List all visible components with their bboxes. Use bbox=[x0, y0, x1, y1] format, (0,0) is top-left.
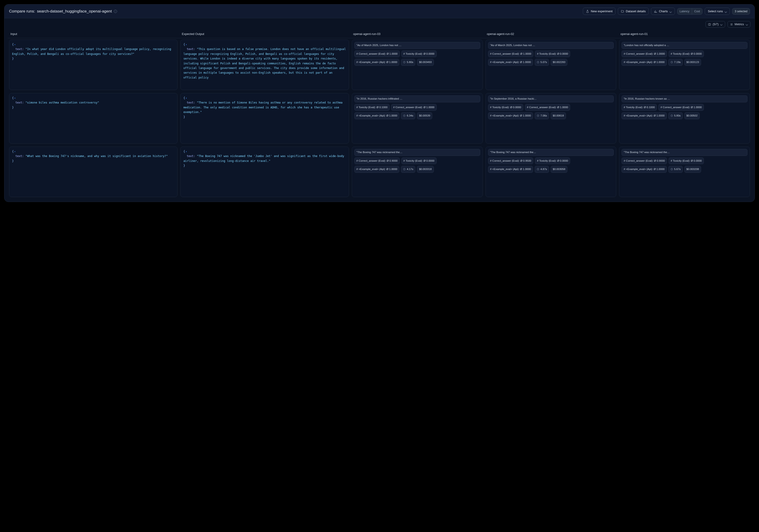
latency-pill[interactable]: Latency bbox=[677, 8, 692, 14]
chevron-down-icon bbox=[745, 23, 748, 25]
metric-chip: # Toxicity (Eval): Ø 0.1000 bbox=[621, 104, 657, 111]
page-header: Compare runs: search-dataset_huggingface… bbox=[4, 4, 755, 18]
run-cell[interactable]: "In 2016, Russian hackers infiltrated … … bbox=[352, 93, 483, 144]
metric-chip: # <Example_eval> (Api): Ø 1.0000 bbox=[621, 166, 666, 173]
json-value: "The Boeing 747 was nicknamed the 'Jumbo… bbox=[183, 155, 346, 162]
latency-chip: 7.06s bbox=[535, 112, 549, 119]
clock-icon bbox=[670, 114, 673, 117]
col-header-run-01[interactable]: openai-agent-run-01 bbox=[618, 30, 751, 38]
chart-icon bbox=[654, 10, 657, 13]
run-cell[interactable]: "The Boeing 747 was nicknamed the… # Cor… bbox=[352, 147, 483, 197]
metric-chip: # Toxicity (Eval): Ø 0.0000 bbox=[535, 158, 570, 165]
flask-icon bbox=[586, 10, 589, 13]
answer-chip: "The Boeing 747 was nicknamed the… bbox=[488, 149, 614, 156]
metric-chip: # Correct_answer (Eval): Ø 1.0000 bbox=[354, 51, 400, 57]
latency-chip: 7.19s bbox=[668, 59, 683, 66]
answer-chip: "The Boeing 747 was nicknamed the… bbox=[354, 149, 480, 156]
run-cell[interactable]: "In September 2016, a Russian hacki… # T… bbox=[486, 93, 617, 144]
dataset-details-button[interactable]: Dataset details bbox=[618, 8, 649, 15]
run-cell[interactable]: "In 2016, Russian hackers known as … # T… bbox=[619, 93, 750, 144]
metric-chip: # Toxicity (Eval): Ø 0.0000 bbox=[401, 158, 437, 165]
cost-chip: $0.003318 bbox=[417, 166, 434, 173]
cost-chip: $0.00618 bbox=[551, 112, 566, 119]
expected-cell[interactable]: {▾ text: "There is no mention of Simone … bbox=[180, 93, 349, 144]
metrics-picker-button[interactable]: Metrics bbox=[728, 21, 750, 27]
json-key: text: bbox=[187, 101, 195, 104]
col-header-expected[interactable]: Expected Output bbox=[179, 30, 350, 38]
latency-chip: 5.80s bbox=[668, 112, 683, 119]
json-value: "This question is based on a false premi… bbox=[183, 48, 347, 79]
dataset-details-label: Dataset details bbox=[626, 10, 646, 13]
answer-chip: "As of March 2025, London has not … bbox=[354, 42, 480, 49]
input-cell[interactable]: {▾ text: "simone biles asthma medication… bbox=[9, 93, 178, 144]
metric-chip: # Correct_answer (Eval): Ø 0.9000 bbox=[621, 158, 667, 165]
columns-icon bbox=[708, 23, 711, 26]
metric-chip: # Correct_answer (Eval): Ø 1.0000 bbox=[525, 104, 570, 111]
latency-chip: 5.67s bbox=[668, 166, 683, 173]
metric-chip: # Correct_answer (Eval): Ø 0.9000 bbox=[354, 158, 400, 165]
run-cell[interactable]: "The Boeing 747 was nicknamed the… # Cor… bbox=[619, 147, 750, 197]
charts-label: Charts bbox=[659, 10, 668, 13]
run-cell[interactable]: "London has not officially adopted a … #… bbox=[619, 40, 750, 90]
page-title: Compare runs: search-dataset_huggingface… bbox=[9, 9, 117, 14]
json-value: "In what year did London officially adop… bbox=[12, 48, 173, 56]
cost-pill[interactable]: Cost bbox=[692, 8, 702, 14]
title-run-name: search-dataset_huggingface_openai-agent bbox=[37, 9, 112, 14]
metric-chip: # <Example_eval> (Api): Ø 1.0000 bbox=[621, 112, 666, 119]
metric-chip: # Toxicity (Eval): Ø 0.0000 bbox=[401, 51, 437, 57]
input-cell[interactable]: {▾ text: "In what year did London offici… bbox=[9, 40, 178, 90]
run-cell[interactable]: "As of March 2025, London has not … # Co… bbox=[352, 40, 483, 90]
col-header-run-02[interactable]: openai-agent-run-02 bbox=[484, 30, 618, 38]
chevron-down-icon bbox=[720, 23, 723, 25]
clock-icon bbox=[403, 168, 406, 171]
col-header-input[interactable]: Input bbox=[8, 30, 179, 38]
select-runs-button[interactable]: Select runs bbox=[705, 8, 730, 15]
folder-icon bbox=[621, 10, 624, 13]
clock-icon bbox=[537, 61, 539, 63]
latency-chip: 6.34s bbox=[401, 112, 415, 119]
metric-chip: # <Example_eval> (Api): Ø 1.0000 bbox=[488, 59, 533, 66]
metric-chip: # <Example_eval> (Api): Ø 1.0000 bbox=[621, 59, 666, 66]
json-key: text: bbox=[15, 101, 24, 104]
selected-count-badge: 3 selected bbox=[732, 8, 750, 15]
answer-chip: "The Boeing 747 was nicknamed the… bbox=[621, 149, 747, 156]
expected-cell[interactable]: {▾ text: "The Boeing 747 was nicknamed t… bbox=[180, 147, 349, 197]
metric-chip: # Toxicity (Eval): Ø 0.0000 bbox=[669, 51, 704, 57]
charts-button[interactable]: Charts bbox=[651, 8, 675, 15]
answer-chip: "In 2016, Russian hackers infiltrated … bbox=[354, 95, 480, 102]
metric-chip: # <Example_eval> (Api): Ø 1.0000 bbox=[488, 166, 533, 173]
json-key: text: bbox=[15, 48, 24, 51]
clock-icon bbox=[403, 114, 406, 117]
clock-icon bbox=[403, 61, 406, 63]
metric-chip: # Toxicity (Eval): Ø 0.0000 bbox=[535, 51, 570, 57]
new-experiment-button[interactable]: New experiment bbox=[583, 8, 616, 15]
json-key: text: bbox=[187, 155, 195, 158]
cost-chip: $0.00539 bbox=[417, 112, 432, 119]
run-cell[interactable]: "As of March 2025, London has not … # Co… bbox=[486, 40, 617, 90]
run-cell[interactable]: "The Boeing 747 was nicknamed the… # Cor… bbox=[486, 147, 617, 197]
columns-picker-button[interactable]: (5/7) bbox=[705, 21, 725, 27]
cost-chip: $0.003208 bbox=[684, 166, 701, 173]
metric-chip: # <Example_eval> (Api): Ø 1.0000 bbox=[354, 166, 399, 173]
metric-chip: # Correct_answer (Eval): Ø 1.0000 bbox=[488, 51, 534, 57]
clock-icon bbox=[670, 168, 673, 171]
expected-cell[interactable]: {▾ text: "This question is based on a fa… bbox=[180, 40, 349, 90]
info-icon[interactable]: i bbox=[114, 10, 117, 13]
metric-chip: # Correct_answer (Eval): Ø 1.0000 bbox=[391, 104, 437, 111]
json-key: text: bbox=[15, 155, 24, 158]
metric-chip: # Correct_answer (Eval): Ø 1.0000 bbox=[659, 104, 704, 111]
answer-chip: "In September 2016, a Russian hacki… bbox=[488, 95, 614, 102]
metric-chip: # Toxicity (Eval): Ø 0.0000 bbox=[669, 158, 704, 165]
comparison-grid: Input Expected Output openai-agent-run-0… bbox=[8, 30, 751, 199]
clock-icon bbox=[537, 168, 539, 171]
json-value: "There is no mention of Simone Biles hav… bbox=[183, 101, 344, 114]
metric-chip: # <Example_eval> (Api): Ø 1.0000 bbox=[488, 112, 533, 119]
chevron-down-icon bbox=[725, 10, 727, 13]
new-experiment-label: New experiment bbox=[591, 10, 613, 13]
clock-icon bbox=[537, 114, 539, 117]
col-header-run-03[interactable]: openai-agent-run-03 bbox=[350, 30, 484, 38]
latency-chip: 4.17s bbox=[401, 166, 415, 173]
json-value: "simone biles asthma medication controve… bbox=[25, 101, 99, 104]
chevron-down-icon bbox=[669, 10, 672, 13]
input-cell[interactable]: {▾ text: "What was the Boeing 747's nick… bbox=[9, 147, 178, 197]
